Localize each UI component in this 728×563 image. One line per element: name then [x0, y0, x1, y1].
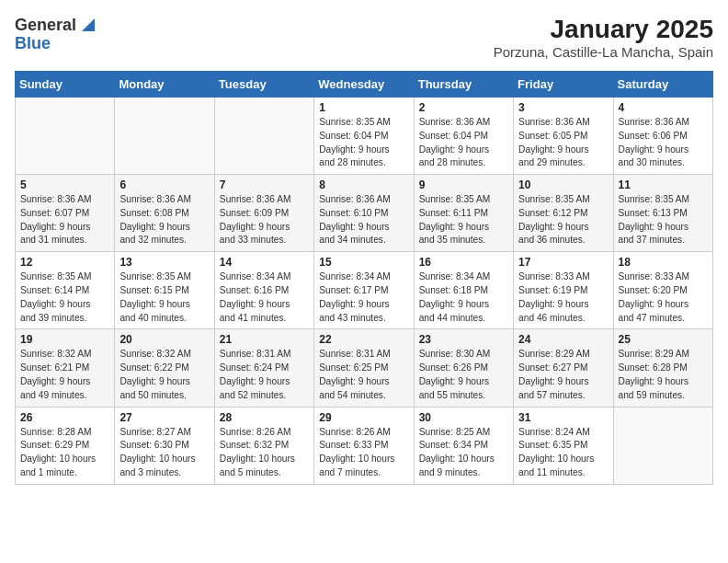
logo: General Blue [15, 15, 98, 52]
day-number: 23 [419, 333, 508, 346]
calendar-week-row: 5Sunrise: 8:36 AM Sunset: 6:07 PM Daylig… [16, 175, 713, 252]
calendar-day-cell: 21Sunrise: 8:31 AM Sunset: 6:24 PM Dayli… [214, 329, 313, 407]
title-block: January 2025 Porzuna, Castille-La Mancha… [494, 15, 713, 60]
day-number: 28 [220, 411, 309, 424]
calendar-day-cell: 2Sunrise: 8:36 AM Sunset: 6:04 PM Daylig… [414, 98, 513, 175]
day-number: 2 [419, 101, 508, 114]
calendar-day-cell: 30Sunrise: 8:25 AM Sunset: 6:34 PM Dayli… [414, 407, 513, 484]
day-number: 18 [619, 256, 708, 269]
calendar-week-row: 12Sunrise: 8:35 AM Sunset: 6:14 PM Dayli… [16, 252, 713, 329]
calendar-table: SundayMondayTuesdayWednesdayThursdayFrid… [15, 71, 713, 485]
day-info: Sunrise: 8:35 AM Sunset: 6:11 PM Dayligh… [419, 193, 508, 247]
calendar-day-header: Friday [514, 72, 613, 98]
day-info: Sunrise: 8:33 AM Sunset: 6:20 PM Dayligh… [619, 270, 708, 325]
day-number: 20 [119, 333, 209, 346]
calendar-day-header: Sunday [16, 72, 115, 98]
day-number: 24 [518, 333, 608, 346]
day-number: 14 [220, 256, 309, 269]
day-info: Sunrise: 8:36 AM Sunset: 6:07 PM Dayligh… [20, 193, 109, 247]
calendar-day-cell: 7Sunrise: 8:36 AM Sunset: 6:09 PM Daylig… [214, 175, 313, 252]
day-info: Sunrise: 8:30 AM Sunset: 6:26 PM Dayligh… [419, 348, 508, 402]
day-number: 4 [619, 101, 708, 114]
calendar-day-cell: 23Sunrise: 8:30 AM Sunset: 6:26 PM Dayli… [414, 329, 513, 407]
calendar-day-cell: 27Sunrise: 8:27 AM Sunset: 6:30 PM Dayli… [115, 407, 214, 484]
svg-marker-0 [82, 18, 95, 31]
calendar-day-header: Wednesday [314, 72, 414, 98]
calendar-day-cell: 6Sunrise: 8:36 AM Sunset: 6:08 PM Daylig… [115, 175, 214, 252]
day-info: Sunrise: 8:26 AM Sunset: 6:32 PM Dayligh… [220, 426, 309, 480]
calendar-day-cell: 25Sunrise: 8:29 AM Sunset: 6:28 PM Dayli… [613, 329, 712, 407]
calendar-day-cell: 12Sunrise: 8:35 AM Sunset: 6:14 PM Dayli… [16, 252, 115, 329]
day-number: 3 [518, 101, 608, 114]
day-info: Sunrise: 8:35 AM Sunset: 6:14 PM Dayligh… [20, 270, 109, 325]
calendar-day-cell: 9Sunrise: 8:35 AM Sunset: 6:11 PM Daylig… [414, 175, 513, 252]
calendar-day-cell: 5Sunrise: 8:36 AM Sunset: 6:07 PM Daylig… [16, 175, 115, 252]
day-info: Sunrise: 8:35 AM Sunset: 6:12 PM Dayligh… [518, 193, 608, 247]
day-info: Sunrise: 8:34 AM Sunset: 6:16 PM Dayligh… [220, 270, 309, 325]
logo-blue: Blue [15, 34, 51, 52]
day-info: Sunrise: 8:35 AM Sunset: 6:13 PM Dayligh… [619, 193, 708, 247]
day-info: Sunrise: 8:35 AM Sunset: 6:15 PM Dayligh… [119, 270, 209, 325]
day-number: 5 [20, 178, 109, 191]
day-number: 30 [419, 411, 508, 424]
day-info: Sunrise: 8:29 AM Sunset: 6:27 PM Dayligh… [518, 348, 608, 402]
day-number: 13 [119, 256, 209, 269]
calendar-day-cell [214, 98, 313, 175]
day-info: Sunrise: 8:36 AM Sunset: 6:04 PM Dayligh… [419, 116, 508, 170]
calendar-day-cell: 17Sunrise: 8:33 AM Sunset: 6:19 PM Dayli… [514, 252, 613, 329]
calendar-week-row: 19Sunrise: 8:32 AM Sunset: 6:21 PM Dayli… [16, 329, 713, 407]
day-info: Sunrise: 8:24 AM Sunset: 6:35 PM Dayligh… [518, 426, 608, 480]
calendar-day-cell: 16Sunrise: 8:34 AM Sunset: 6:18 PM Dayli… [414, 252, 513, 329]
page-header: General Blue January 2025 Porzuna, Casti… [15, 15, 713, 60]
day-info: Sunrise: 8:29 AM Sunset: 6:28 PM Dayligh… [619, 348, 708, 402]
day-number: 10 [518, 178, 608, 191]
day-number: 6 [119, 178, 209, 191]
day-number: 9 [419, 178, 508, 191]
calendar-day-cell: 19Sunrise: 8:32 AM Sunset: 6:21 PM Dayli… [16, 329, 115, 407]
day-info: Sunrise: 8:32 AM Sunset: 6:21 PM Dayligh… [20, 348, 109, 402]
day-info: Sunrise: 8:33 AM Sunset: 6:19 PM Dayligh… [518, 270, 608, 325]
calendar-day-cell: 22Sunrise: 8:31 AM Sunset: 6:25 PM Dayli… [314, 329, 414, 407]
day-number: 22 [319, 333, 408, 346]
day-number: 21 [220, 333, 309, 346]
calendar-day-cell: 15Sunrise: 8:34 AM Sunset: 6:17 PM Dayli… [314, 252, 414, 329]
calendar-day-cell: 31Sunrise: 8:24 AM Sunset: 6:35 PM Dayli… [514, 407, 613, 484]
day-info: Sunrise: 8:34 AM Sunset: 6:17 PM Dayligh… [319, 270, 408, 325]
day-info: Sunrise: 8:31 AM Sunset: 6:25 PM Dayligh… [319, 348, 408, 402]
day-info: Sunrise: 8:32 AM Sunset: 6:22 PM Dayligh… [119, 348, 209, 402]
calendar-week-row: 26Sunrise: 8:28 AM Sunset: 6:29 PM Dayli… [16, 407, 713, 484]
calendar-day-cell [613, 407, 712, 484]
logo-icon [78, 15, 98, 35]
calendar-day-cell [16, 98, 115, 175]
day-number: 31 [518, 411, 608, 424]
calendar-day-cell: 14Sunrise: 8:34 AM Sunset: 6:16 PM Dayli… [214, 252, 313, 329]
day-info: Sunrise: 8:36 AM Sunset: 6:10 PM Dayligh… [319, 193, 408, 247]
calendar-day-cell: 18Sunrise: 8:33 AM Sunset: 6:20 PM Dayli… [613, 252, 712, 329]
day-number: 7 [220, 178, 309, 191]
day-info: Sunrise: 8:36 AM Sunset: 6:06 PM Dayligh… [619, 116, 708, 170]
day-number: 12 [20, 256, 109, 269]
day-info: Sunrise: 8:36 AM Sunset: 6:08 PM Dayligh… [119, 193, 209, 247]
calendar-header-row: SundayMondayTuesdayWednesdayThursdayFrid… [16, 72, 713, 98]
day-info: Sunrise: 8:31 AM Sunset: 6:24 PM Dayligh… [220, 348, 309, 402]
day-number: 1 [319, 101, 408, 114]
day-number: 25 [619, 333, 708, 346]
calendar-day-header: Tuesday [214, 72, 313, 98]
calendar-day-header: Saturday [613, 72, 712, 98]
day-number: 26 [20, 411, 109, 424]
day-info: Sunrise: 8:35 AM Sunset: 6:04 PM Dayligh… [319, 116, 408, 170]
calendar-day-cell: 13Sunrise: 8:35 AM Sunset: 6:15 PM Dayli… [115, 252, 214, 329]
page-subtitle: Porzuna, Castille-La Mancha, Spain [494, 44, 713, 60]
day-number: 19 [20, 333, 109, 346]
calendar-day-cell: 4Sunrise: 8:36 AM Sunset: 6:06 PM Daylig… [613, 98, 712, 175]
page-title: January 2025 [494, 15, 713, 44]
day-info: Sunrise: 8:26 AM Sunset: 6:33 PM Dayligh… [319, 426, 408, 480]
calendar-day-cell [115, 98, 214, 175]
calendar-day-cell: 20Sunrise: 8:32 AM Sunset: 6:22 PM Dayli… [115, 329, 214, 407]
day-info: Sunrise: 8:25 AM Sunset: 6:34 PM Dayligh… [419, 426, 508, 480]
day-number: 8 [319, 178, 408, 191]
day-number: 11 [619, 178, 708, 191]
day-info: Sunrise: 8:28 AM Sunset: 6:29 PM Dayligh… [20, 426, 109, 480]
day-number: 29 [319, 411, 408, 424]
calendar-day-cell: 28Sunrise: 8:26 AM Sunset: 6:32 PM Dayli… [214, 407, 313, 484]
